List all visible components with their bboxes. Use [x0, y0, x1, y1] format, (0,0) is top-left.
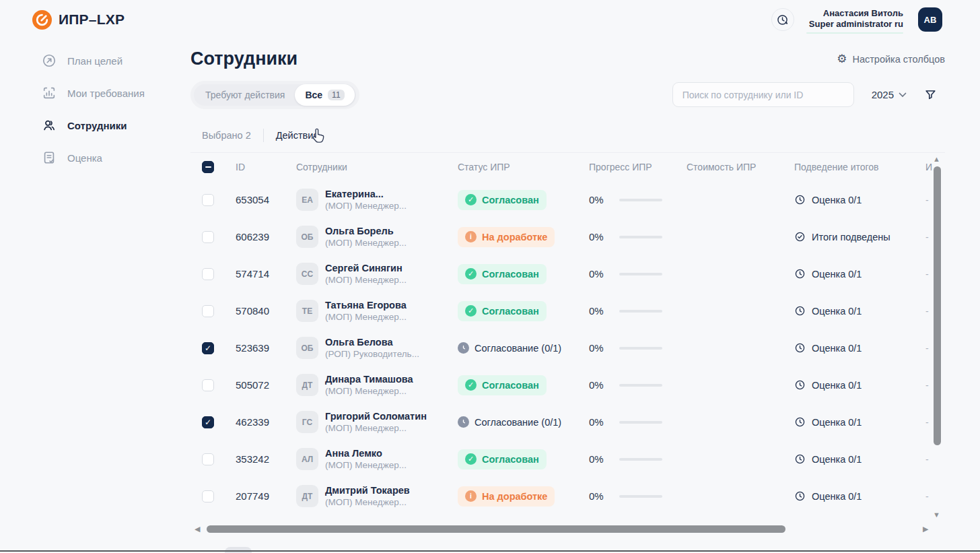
horizontal-scrollbar-thumb[interactable] — [207, 525, 785, 533]
hscroll-right-arrow[interactable]: ▶ — [923, 525, 928, 533]
tab-require-action[interactable]: Требуют действия — [195, 84, 295, 106]
status-badge: ✓ i Согласован — [458, 449, 547, 469]
avatar[interactable]: АВ — [918, 7, 942, 32]
vertical-scrollbar-thumb[interactable] — [934, 166, 941, 445]
vscroll-down-arrow[interactable]: ▼ — [933, 511, 940, 519]
vscroll-up-arrow[interactable]: ▲ — [933, 156, 940, 163]
employee-cell[interactable]: ТЕ Татьяна Егорова (МОП) Менеджер... — [296, 300, 458, 323]
summary-cell: Оценка 0/1 — [794, 379, 925, 391]
filter-button[interactable] — [924, 88, 937, 101]
col-header-status[interactable]: Статус ИПР — [458, 162, 589, 172]
col-header-progress[interactable]: Прогресс ИПР — [589, 162, 687, 172]
employee-avatar: ОБ — [296, 337, 318, 359]
summary-label: Оценка 0/1 — [812, 195, 862, 205]
employee-role: (МОП) Менеджер... — [325, 459, 407, 471]
employee-cell[interactable]: СС Сергей Синягин (МОП) Менеджер... — [296, 263, 458, 286]
status-label: На доработке — [482, 491, 547, 502]
row-checkbox[interactable] — [202, 490, 214, 502]
tab-all[interactable]: Все 11 — [295, 84, 354, 106]
selection-toolbar: Выбрано 2 Действия — [190, 129, 945, 153]
employee-role: (МОП) Менеджер... — [325, 274, 407, 286]
row-checkbox[interactable] — [202, 453, 214, 465]
status-icon: ✓ i — [465, 194, 477, 205]
row-checkbox[interactable] — [202, 268, 214, 280]
sidebar-item-goal-plan[interactable]: План целей — [0, 44, 190, 77]
column-settings-label: Настройка столбцов — [852, 54, 945, 65]
row-checkbox[interactable] — [202, 231, 214, 243]
progress-cell: 0% — [589, 379, 687, 391]
status-label: Согласование (0/1) — [475, 343, 561, 354]
status-icon: ✓ i — [465, 231, 477, 242]
col-header-id[interactable]: ID — [236, 162, 296, 172]
employee-cell[interactable]: АЛ Анна Лемко (МОП) Менеджер... — [296, 448, 458, 471]
column-settings-button[interactable]: ⚙ Настройка столбцов — [837, 53, 945, 65]
selected-count: Выбрано 2 — [202, 130, 251, 141]
status-icon: ✓ i — [465, 305, 477, 317]
sidebar-item-my-requirements[interactable]: Мои требования — [0, 77, 190, 109]
user-info[interactable]: Анастасия Витоль Super administrator ru — [809, 8, 903, 32]
status-badge: ✓ i На доработке — [458, 227, 555, 247]
progress-bar — [619, 347, 662, 350]
progress-value: 0% — [589, 268, 604, 280]
employee-name: Григорий Соломатин — [325, 411, 427, 422]
evaluation-doc-icon — [42, 150, 57, 165]
sidebar-item-employees[interactable]: Сотрудники — [0, 109, 190, 141]
table-row: 207749 ДТ Дмитрий Токарев (МОП) Менеджер… — [202, 478, 945, 515]
col-header-employees[interactable]: Сотрудники — [296, 162, 458, 172]
employee-cell[interactable]: ОБ Ольга Белова (РОП) Руководитель... — [296, 337, 458, 360]
window-bottom-edge — [0, 550, 980, 552]
employee-role: (МОП) Менеджер... — [325, 237, 407, 249]
row-checkbox[interactable] — [202, 379, 214, 391]
employee-avatar: ДТ — [296, 485, 318, 507]
employee-avatar: ЕА — [296, 189, 318, 211]
employee-name: Татьяна Егорова — [325, 300, 407, 311]
employees-table: ID Сотрудники Статус ИПР Прогресс ИПР Ст… — [202, 153, 945, 515]
status-label: Согласован — [482, 306, 539, 317]
top-bar: ИПР–LXP Анастасия Витоль Super administr… — [0, 0, 980, 39]
employee-name: Ольга Белова — [325, 337, 419, 348]
row-checkbox[interactable] — [202, 416, 214, 428]
clock-history-icon — [776, 13, 789, 26]
status-badge: ✓ i На доработке — [458, 486, 555, 507]
employee-cell[interactable]: ЕА Екатерина... (МОП) Менеджер... — [296, 189, 458, 212]
employee-id: 353242 — [236, 453, 296, 465]
row-checkbox[interactable] — [202, 342, 214, 354]
employee-cell[interactable]: ГС Григорий Соломатин (МОП) Менеджер... — [296, 411, 458, 434]
progress-bar — [619, 495, 662, 498]
employee-cell[interactable]: ДТ Динара Тимашова (МОП) Менеджер... — [296, 374, 458, 397]
employee-avatar: АЛ — [296, 448, 318, 470]
employee-id: 574714 — [236, 268, 296, 280]
employee-role: (МОП) Менеджер... — [325, 200, 407, 212]
employee-cell[interactable]: ДТ Дмитрий Токарев (МОП) Менеджер... — [296, 485, 458, 508]
summary-label: Оценка 0/1 — [812, 491, 862, 502]
hscroll-left-arrow[interactable]: ◀ — [195, 525, 200, 533]
summary-cell: Оценка 0/1 — [794, 453, 925, 465]
employee-cell[interactable]: ОБ Ольга Борель (МОП) Менеджер... — [296, 226, 458, 249]
progress-value: 0% — [589, 231, 604, 242]
row-checkbox[interactable] — [202, 194, 214, 206]
app-logo[interactable]: ИПР–LXP — [32, 10, 125, 30]
sidebar-item-evaluation[interactable]: Оценка — [0, 141, 190, 174]
progress-bar — [619, 199, 662, 201]
logo-icon — [32, 10, 52, 30]
status-label: Согласован — [482, 195, 539, 205]
search-input[interactable] — [672, 82, 854, 107]
employee-name: Екатерина... — [325, 189, 407, 200]
year-dropdown[interactable]: 2025 — [872, 89, 907, 100]
row-checkbox[interactable] — [202, 305, 214, 317]
actions-button[interactable]: Действия — [276, 130, 319, 141]
history-button[interactable] — [771, 8, 794, 31]
employee-role: (МОП) Менеджер... — [325, 385, 413, 397]
status-badge: ✓ i Согласован — [458, 190, 547, 210]
select-all-checkbox[interactable] — [202, 161, 214, 173]
employee-name: Динара Тимашова — [325, 374, 413, 385]
clock-icon — [794, 194, 806, 205]
sidebar-item-label: Оценка — [67, 152, 102, 164]
funnel-icon — [924, 88, 937, 101]
status-filter-tabs: Требуют действия Все 11 — [190, 81, 359, 109]
summary-cell: Итоги подведены — [794, 231, 925, 242]
status-label: Согласован — [482, 269, 539, 280]
col-header-cost[interactable]: Стоимость ИПР — [687, 162, 794, 172]
progress-value: 0% — [589, 490, 604, 502]
col-header-summary[interactable]: Подведение итогов — [794, 162, 925, 172]
